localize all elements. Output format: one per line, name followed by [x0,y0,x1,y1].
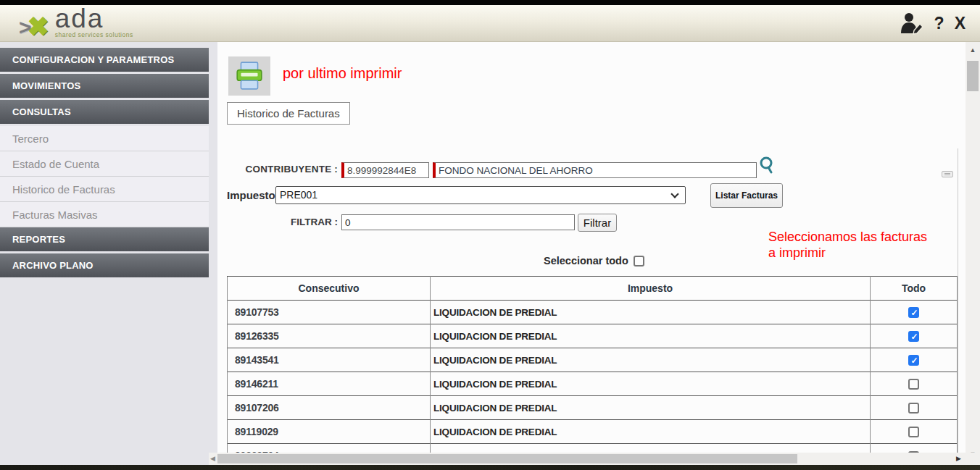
brand-name: ada [55,8,133,30]
help-button[interactable]: ? [934,14,944,33]
row-checkbox[interactable] [908,307,919,318]
sidebar-section-archivo-plano[interactable]: ARCHIVO PLANO [0,253,209,277]
sidebar-item-facturas-masivas[interactable]: Facturas Masivas [0,202,209,227]
cell-consecutivo: 89143541 [228,348,431,372]
cell-impuesto: LIQUIDACION DE PREDIAL [431,324,871,348]
row-checkbox[interactable] [908,403,919,414]
row-checkbox[interactable] [908,379,919,390]
sidebar-section-configuracion[interactable]: CONFIGURACION Y PARAMETROS [0,48,209,72]
select-annotation-line1: Seleccionamos las facturas [768,229,927,245]
facturas-table: Consecutivo Impuesto Todo 89107753 LIQUI… [227,276,958,453]
select-all-checkbox[interactable] [634,256,644,267]
facturas-panel: CONTRIBUYENTE : Impuesto PRE001 Listar F… [227,148,958,453]
print-button[interactable] [228,56,270,96]
contribuyente-name-input[interactable] [433,162,757,178]
column-header-impuesto: Impuesto [431,277,871,301]
table-row: 89107206 LIQUIDACION DE PREDIAL [228,396,958,420]
cell-consecutivo: 89107753 [228,301,431,324]
sidebar-item-historico-de-facturas[interactable]: Historico de Facturas [0,177,209,202]
sidebar: CONFIGURACION Y PARAMETROS MOVIMIENTOS C… [0,42,217,465]
sidebar-section-movimientos[interactable]: MOVIMIENTOS [0,74,209,98]
scroll-up-icon[interactable]: ▲ [966,46,980,54]
table-row: 89146211 LIQUIDACION DE PREDIAL [228,372,958,396]
filtrar-input[interactable] [341,214,575,230]
sidebar-item-estado-de-cuenta[interactable]: Estado de Cuenta [0,151,209,177]
app-header: > ✖ ada shared services solutions ? X [0,5,980,42]
select-all-row: Seleccionar todo [544,255,644,267]
cell-consecutivo: 89263704 [228,444,431,453]
listar-facturas-button[interactable]: Listar Facturas [710,183,783,208]
header-actions: ? X [900,12,966,35]
cell-impuesto: LIQUIDACION DE PREDIAL [431,348,871,372]
vertical-scrollbar[interactable]: ▲ ▼ [966,42,980,465]
scrollbar-corner [966,453,980,465]
impuesto-selected-value: PRE001 [280,189,317,201]
sidebar-section-reportes[interactable]: REPORTES [0,227,209,251]
cell-impuesto: LIQUIDACION DE PREDIAL [431,301,871,324]
row-checkbox[interactable] [908,331,919,342]
ada-logo: > ✖ ada shared services solutions [19,8,133,38]
brand-tagline: shared services solutions [55,31,133,38]
sidebar-item-tercero[interactable]: Tercero [0,126,209,151]
select-all-label: Seleccionar todo [544,255,628,267]
table-row: 89119029 LIQUIDACION DE PREDIAL [228,420,958,444]
user-profile-edit-icon[interactable] [900,12,924,35]
logo-x-icon: ✖ [28,15,49,38]
filtrar-button[interactable]: Filtrar [578,214,617,232]
vertical-scroll-thumb[interactable] [967,61,979,91]
cell-impuesto: LIQUIDACION DE PREDIAL [431,420,871,444]
main-content: por ultimo imprimir Historico de Factura… [217,42,966,453]
table-header-row: Consecutivo Impuesto Todo [228,277,958,301]
table-row: 89143541 LIQUIDACION DE PREDIAL [228,348,958,372]
horizontal-scrollbar[interactable]: ◀ ▶ [209,453,966,465]
row-checkbox[interactable] [908,427,919,437]
window-bottom-edge [0,465,980,470]
print-annotation: por ultimo imprimir [283,65,402,82]
cell-consecutivo: 89146211 [228,372,431,396]
scroll-right-icon[interactable]: ▶ [956,455,961,462]
window-top-edge [0,0,980,5]
cell-impuesto: LIQUIDACION DE PREDIAL [431,444,871,453]
select-annotation-line2: a imprimir [768,245,927,261]
cell-impuesto: LIQUIDACION DE PREDIAL [431,396,871,420]
search-icon[interactable] [758,156,776,175]
sidebar-section-consultas[interactable]: CONSULTAS [0,100,209,124]
table-row: 89126335 LIQUIDACION DE PREDIAL [228,324,958,348]
impuesto-select[interactable]: PRE001 [275,186,686,204]
column-header-consecutivo: Consecutivo [228,277,431,301]
scroll-left-icon[interactable]: ◀ [210,455,215,462]
select-annotation: Seleccionamos las facturas a imprimir [768,229,927,261]
page-title: Historico de Facturas [227,102,350,125]
impuesto-label: Impuesto [227,189,275,201]
chevron-down-icon [670,190,678,198]
cell-consecutivo: 89126335 [228,324,431,348]
filtrar-label: FILTRAR : [227,217,338,227]
cell-impuesto: LIQUIDACION DE PREDIAL [431,372,871,396]
row-checkbox[interactable] [908,355,919,366]
panel-collapse-icon[interactable] [942,171,953,177]
horizontal-scroll-thumb[interactable] [217,454,797,463]
cell-consecutivo: 89119029 [228,420,431,444]
contribuyente-id-input[interactable] [341,162,429,178]
printer-icon [234,61,265,91]
cell-consecutivo: 89107206 [228,396,431,420]
contribuyente-label: CONTRIBUYENTE : [227,164,338,175]
close-button[interactable]: X [955,14,966,33]
table-row: 89263704 LIQUIDACION DE PREDIAL [228,444,958,453]
table-row: 89107753 LIQUIDACION DE PREDIAL [228,301,958,324]
column-header-todo: Todo [871,277,958,301]
